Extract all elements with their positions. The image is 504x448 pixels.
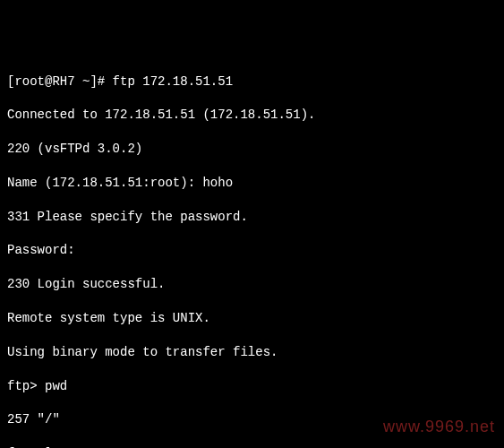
output-binary-mode: Using binary mode to transfer files. [7,344,497,361]
output-331: 331 Please specify the password. [7,209,497,226]
prompt-password[interactable]: Password: [7,242,497,259]
prompt-name[interactable]: Name (172.18.51.51:root): hoho [7,175,497,192]
output-230: 230 Login successful. [7,276,497,293]
ftp-prompt-pwd[interactable]: ftp> pwd [7,378,497,395]
output-connected: Connected to 172.18.51.51 (172.18.51.51)… [7,107,497,124]
output-remote-type: Remote system type is UNIX. [7,310,497,327]
output-pwd: 257 "/" [7,411,497,428]
output-banner: 220 (vsFTPd 3.0.2) [7,141,497,158]
terminal-prompt-line[interactable]: [root@RH7 ~]# ftp 172.18.51.51 [7,73,497,90]
